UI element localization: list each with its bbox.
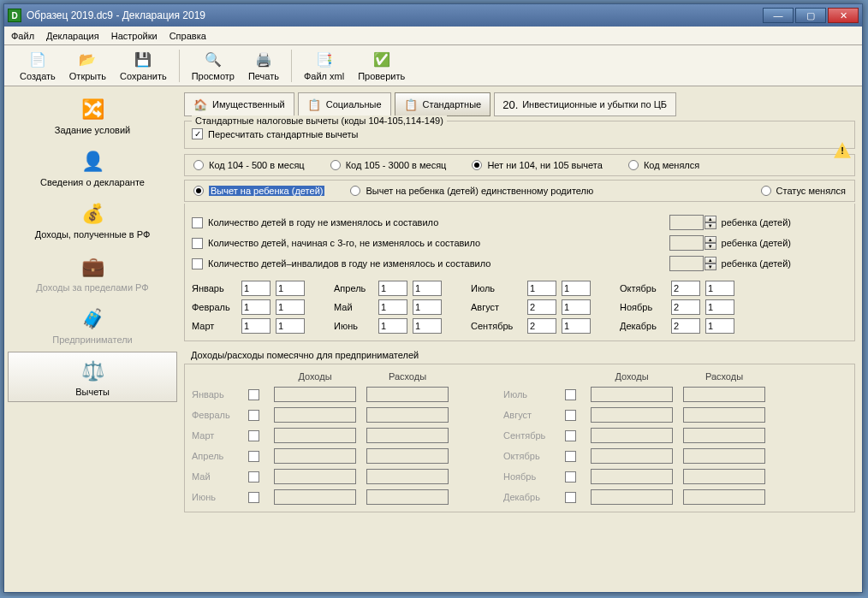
preview-button[interactable]: 🔍Просмотр — [185, 49, 241, 83]
checkbox-children-from3[interactable] — [192, 238, 203, 249]
input-ent-dec-exp[interactable] — [683, 489, 765, 505]
input-ent-aug-exp[interactable] — [683, 407, 765, 423]
input-dec-2[interactable]: 1 — [705, 318, 734, 334]
input-ent-jan-exp[interactable] — [366, 387, 449, 402]
chk-ent-may[interactable] — [248, 471, 259, 483]
maximize-button[interactable]: ▢ — [795, 8, 826, 23]
spinner-down[interactable]: ▼ — [705, 243, 716, 250]
menu-file[interactable]: Файл — [11, 31, 34, 41]
input-ent-nov-inc[interactable] — [591, 469, 673, 484]
input-ent-oct-inc[interactable] — [591, 448, 673, 464]
input-sep-2[interactable]: 1 — [562, 318, 591, 334]
input-ent-jul-inc[interactable] — [591, 387, 673, 402]
sidebar-item-entrepreneurs[interactable]: 🧳Предприниматели — [8, 299, 177, 350]
spinner-down[interactable]: ▼ — [705, 222, 716, 229]
input-jan-1[interactable]: 1 — [241, 281, 271, 296]
chk-ent-sep[interactable] — [565, 430, 576, 441]
chk-ent-apr[interactable] — [248, 451, 259, 462]
chk-ent-jun[interactable] — [248, 492, 259, 503]
input-feb-1[interactable]: 1 — [241, 299, 271, 315]
input-ent-oct-exp[interactable] — [683, 448, 765, 464]
create-button[interactable]: 📄Создать — [13, 49, 62, 83]
input-ent-jul-exp[interactable] — [683, 387, 765, 402]
input-ent-jun-exp[interactable] — [366, 489, 449, 505]
tab-invest[interactable]: 20.Инвестиционные и убытки по ЦБ — [494, 92, 676, 116]
input-ent-jun-inc[interactable] — [274, 489, 356, 505]
radio-child-single[interactable] — [350, 186, 360, 196]
spinner-up[interactable]: ▲ — [705, 236, 716, 243]
sidebar-item-declarant[interactable]: 👤Сведения о декларанте — [8, 142, 177, 192]
radio-code105[interactable] — [330, 160, 341, 170]
close-button[interactable]: ✕ — [828, 8, 859, 23]
radio-child-deduction[interactable] — [193, 186, 204, 196]
input-aug-1[interactable]: 2 — [527, 299, 556, 315]
spinner-down[interactable]: ▼ — [705, 263, 716, 270]
chk-ent-jan[interactable] — [248, 389, 259, 400]
spinner-up[interactable]: ▲ — [705, 216, 716, 222]
input-ent-apr-inc[interactable] — [274, 448, 356, 464]
spinner-up[interactable]: ▲ — [705, 257, 716, 263]
input-nov-2[interactable]: 1 — [705, 299, 734, 315]
input-ent-aug-inc[interactable] — [591, 407, 673, 423]
chk-ent-nov[interactable] — [565, 471, 576, 483]
checkbox-recalc[interactable]: ✓ — [192, 128, 203, 139]
input-nov-1[interactable]: 2 — [671, 299, 700, 315]
input-ent-feb-inc[interactable] — [274, 407, 356, 423]
input-may-2[interactable]: 1 — [413, 299, 442, 315]
sidebar-item-income-rf[interactable]: 💰Доходы, полученные в РФ — [8, 194, 177, 245]
input-oct-2[interactable]: 1 — [705, 281, 734, 296]
chk-ent-mar[interactable] — [248, 430, 259, 441]
input-ent-may-inc[interactable] — [274, 469, 356, 484]
sidebar-item-conditions[interactable]: 🔀Задание условий — [8, 90, 177, 140]
minimize-button[interactable]: — — [763, 8, 794, 23]
open-button[interactable]: 📂Открыть — [62, 49, 113, 83]
input-jul-1[interactable]: 1 — [527, 281, 556, 296]
input-aug-2[interactable]: 1 — [562, 299, 591, 315]
chk-ent-aug[interactable] — [565, 410, 576, 421]
chk-ent-feb[interactable] — [248, 410, 259, 421]
tab-property[interactable]: 🏠Имущественный — [184, 92, 294, 116]
input-ent-sep-inc[interactable] — [591, 428, 673, 443]
input-oct-1[interactable]: 2 — [671, 281, 700, 296]
radio-none[interactable] — [472, 160, 482, 170]
input-ent-apr-exp[interactable] — [366, 448, 449, 464]
input-jan-2[interactable]: 1 — [276, 281, 305, 296]
input-ent-nov-exp[interactable] — [683, 469, 765, 484]
radio-changed[interactable] — [628, 160, 639, 170]
input-ent-jan-inc[interactable] — [274, 387, 356, 402]
input-children-count3[interactable] — [669, 256, 704, 271]
input-ent-dec-inc[interactable] — [591, 489, 673, 505]
menu-settings[interactable]: Настройки — [111, 31, 158, 41]
input-children-count1[interactable] — [669, 215, 704, 230]
input-children-count2[interactable] — [669, 235, 704, 251]
input-ent-mar-exp[interactable] — [366, 428, 449, 443]
menu-declaration[interactable]: Декларация — [46, 31, 99, 41]
checkbox-children-disabled[interactable] — [192, 258, 203, 269]
radio-code104[interactable] — [193, 160, 204, 170]
tab-social[interactable]: 📋Социальные — [298, 92, 391, 116]
input-jun-1[interactable]: 1 — [378, 318, 407, 334]
tab-standard[interactable]: 📋Стандартные — [395, 92, 491, 116]
input-apr-2[interactable]: 1 — [413, 281, 442, 296]
input-ent-mar-inc[interactable] — [274, 428, 356, 443]
menu-help[interactable]: Справка — [169, 31, 206, 41]
input-ent-may-exp[interactable] — [366, 469, 449, 484]
print-button[interactable]: 🖨️Печать — [241, 49, 286, 83]
input-jul-2[interactable]: 1 — [562, 281, 591, 296]
input-may-1[interactable]: 1 — [378, 299, 407, 315]
save-button[interactable]: 💾Сохранить — [113, 49, 174, 83]
chk-ent-jul[interactable] — [565, 389, 576, 400]
chk-ent-dec[interactable] — [565, 492, 576, 503]
sidebar-item-income-foreign[interactable]: 💼Доходы за пределами РФ — [8, 247, 177, 298]
input-sep-1[interactable]: 2 — [527, 318, 556, 334]
input-ent-sep-exp[interactable] — [683, 428, 765, 443]
input-apr-1[interactable]: 1 — [378, 281, 407, 296]
input-feb-2[interactable]: 1 — [276, 299, 305, 315]
radio-status-changed[interactable] — [761, 186, 771, 196]
input-mar-2[interactable]: 1 — [276, 318, 305, 334]
checkbox-children-const[interactable] — [192, 217, 203, 228]
input-mar-1[interactable]: 1 — [241, 318, 271, 334]
chk-ent-oct[interactable] — [565, 451, 576, 462]
input-dec-1[interactable]: 2 — [671, 318, 700, 334]
xml-button[interactable]: 📑Файл xml — [297, 49, 351, 83]
